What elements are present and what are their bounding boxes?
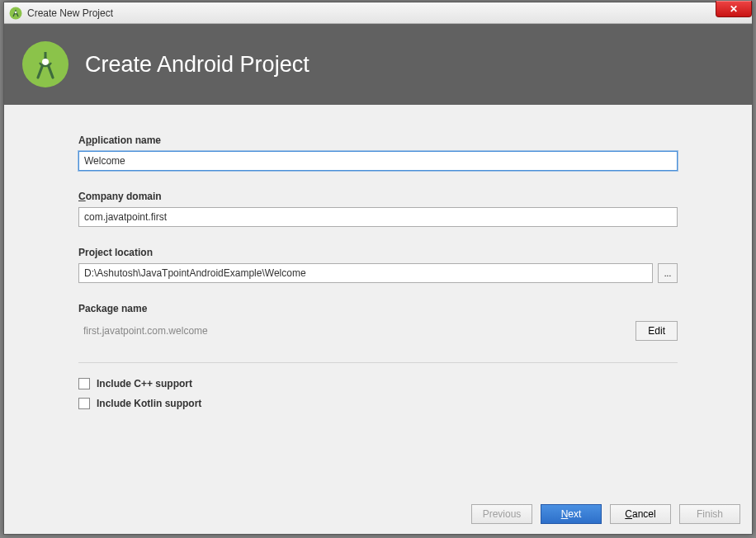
package-name-value: first.javatpoint.com.welcome xyxy=(78,325,208,337)
include-kotlin-label: Include Kotlin support xyxy=(97,398,201,409)
android-studio-icon xyxy=(9,7,22,20)
close-button[interactable]: ✕ xyxy=(716,1,752,17)
svg-point-2 xyxy=(42,59,49,65)
project-location-label: Project location xyxy=(78,247,678,258)
include-cpp-label: Include C++ support xyxy=(97,378,192,389)
footer-buttons: Previous Next Cancel Finish xyxy=(4,494,752,534)
application-name-group: Application name xyxy=(78,134,678,171)
application-name-label: Application name xyxy=(78,134,678,146)
include-cpp-checkbox[interactable] xyxy=(78,378,90,389)
include-kotlin-row[interactable]: Include Kotlin support xyxy=(78,398,678,409)
application-name-input[interactable] xyxy=(78,151,678,171)
package-name-label: Package name xyxy=(78,303,678,314)
divider xyxy=(78,362,678,363)
cancel-button[interactable]: Cancel xyxy=(610,504,671,524)
project-location-input[interactable] xyxy=(78,263,653,283)
svg-point-1 xyxy=(15,11,17,13)
project-location-group: Project location ... xyxy=(78,247,678,283)
package-name-group: Package name first.javatpoint.com.welcom… xyxy=(78,303,678,342)
android-studio-logo-icon xyxy=(22,41,69,87)
finish-button: Finish xyxy=(679,504,740,524)
company-domain-input[interactable] xyxy=(78,207,678,227)
previous-button: Previous xyxy=(471,504,532,524)
browse-location-button[interactable]: ... xyxy=(658,263,678,283)
next-button[interactable]: Next xyxy=(541,504,602,524)
svg-rect-3 xyxy=(45,52,47,57)
page-title: Create Android Project xyxy=(85,52,309,78)
edit-package-button[interactable]: Edit xyxy=(636,321,678,341)
close-icon: ✕ xyxy=(730,3,738,15)
window-title: Create New Project xyxy=(27,7,113,19)
dialog-window: Create New Project ✕ Create Android Proj… xyxy=(3,2,753,535)
company-domain-group: Company domain xyxy=(78,191,678,227)
company-domain-label: Company domain xyxy=(78,191,678,202)
titlebar[interactable]: Create New Project ✕ xyxy=(4,2,752,24)
include-kotlin-checkbox[interactable] xyxy=(78,398,90,409)
header-band: Create Android Project xyxy=(4,24,752,105)
include-cpp-row[interactable]: Include C++ support xyxy=(78,378,678,389)
content-area: Application name Company domain Project … xyxy=(4,105,752,494)
